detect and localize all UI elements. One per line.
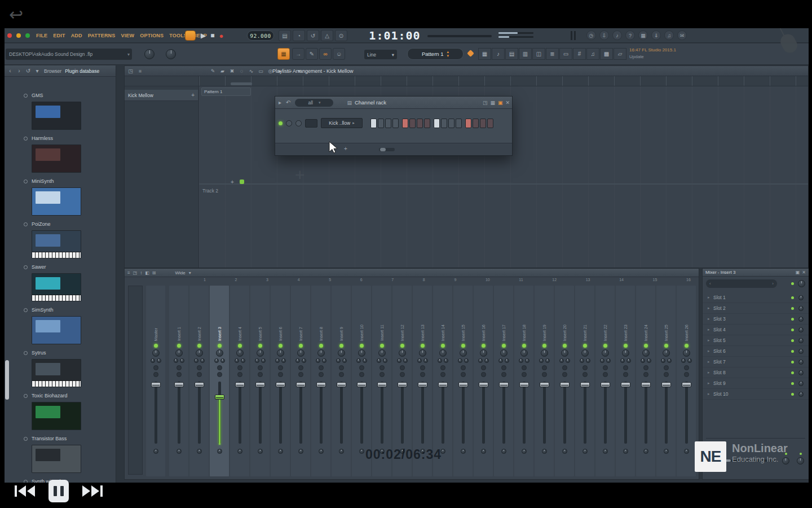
strip-route-buttons[interactable] [278, 365, 283, 377]
fx-preset-field[interactable]: ‹ › [706, 279, 777, 288]
fx-slot-10[interactable]: ▸Slot 10 [703, 389, 809, 400]
smart-find-icon[interactable]: ▭ [559, 48, 572, 60]
strip-bottom-knob[interactable] [278, 449, 283, 454]
strip-pan-knob[interactable] [175, 349, 183, 357]
strip-stereo-knobs[interactable] [174, 358, 184, 363]
gallery-icon[interactable]: ▦ [638, 30, 648, 40]
step-cell-5[interactable] [402, 119, 408, 128]
strip-route-buttons[interactable] [319, 365, 324, 377]
strip-pan-knob[interactable] [439, 349, 447, 357]
strip-fader[interactable] [332, 380, 351, 446]
strip-pan-knob[interactable] [581, 349, 589, 357]
swing-slider[interactable] [379, 148, 395, 151]
mixer-strip-insert-6[interactable]: Insert 6 [271, 286, 290, 476]
strip-pan-knob[interactable] [378, 349, 386, 357]
strip-route-buttons[interactable] [339, 365, 344, 377]
strip-bottom-knob[interactable] [237, 449, 242, 454]
channel-enable-led[interactable] [279, 121, 283, 125]
mixer-view-caret-icon[interactable]: ▾ [189, 270, 191, 275]
strip-bottom-knob[interactable] [501, 449, 506, 454]
fx-slot-knob[interactable] [798, 317, 804, 322]
strip-led[interactable] [279, 344, 283, 348]
tempo-display[interactable]: 92.000 [247, 30, 274, 41]
strip-pan-knob[interactable] [541, 349, 548, 357]
strip-pan-knob[interactable] [460, 349, 467, 357]
strip-pan-knob[interactable] [196, 349, 203, 357]
rack-graph-icon[interactable]: ▣ [498, 100, 503, 106]
strip-route-buttons[interactable] [379, 365, 385, 377]
strip-stereo-knobs[interactable] [235, 358, 245, 363]
browser-back-icon[interactable]: ‹ [7, 68, 14, 74]
mixer-detach-icon[interactable]: ◳ [133, 270, 138, 275]
fx-slot-6[interactable]: ▸Slot 6 [703, 346, 809, 357]
strip-led[interactable] [603, 344, 607, 348]
strip-fader[interactable] [453, 380, 473, 446]
strip-stereo-knobs[interactable] [275, 358, 286, 363]
channel-pan-knob[interactable] [286, 120, 292, 126]
master-volume-knob[interactable] [144, 49, 155, 59]
strip-stereo-knobs[interactable] [580, 358, 590, 363]
fx-mix-knob[interactable] [798, 280, 805, 287]
master-pitch-knob[interactable] [166, 49, 176, 59]
update-arrow-icon[interactable]: ⇩ [599, 30, 609, 40]
pattern-color-icon[interactable] [467, 50, 474, 57]
strip-led[interactable] [664, 344, 668, 348]
fx-slot-led[interactable] [791, 329, 794, 331]
step-cell-12[interactable] [456, 119, 462, 128]
fx-slot-knob[interactable] [798, 327, 804, 332]
strip-pan-knob[interactable] [520, 349, 528, 357]
fx-slot-9[interactable]: ▸Slot 9 [703, 378, 809, 389]
browser-item-sawer[interactable]: Sawer [5, 263, 116, 306]
options-icon[interactable]: ▱ [614, 48, 626, 60]
fx-slot-knob[interactable] [798, 360, 804, 365]
playlist-titlebar[interactable]: ◳≡ ✎▰✖◌∿▭◎▸⊕▾ Playlist - Arrangement - K… [125, 66, 808, 76]
strip-route-buttons[interactable] [684, 365, 689, 377]
mixer-strip-insert-20[interactable]: Insert 20 [555, 286, 574, 476]
strip-stereo-knobs[interactable] [641, 358, 651, 363]
fx-slot-3[interactable]: ▸Slot 3 [703, 314, 809, 325]
strip-route-buttons[interactable] [359, 365, 364, 377]
fl-logo-icon[interactable] [185, 30, 196, 41]
strip-fader[interactable] [372, 380, 391, 446]
fx-slot-8[interactable]: ▸Slot 8 [703, 367, 809, 378]
step-cell-8[interactable] [424, 119, 430, 128]
browser-collapse-icon[interactable]: ▾ [34, 68, 41, 74]
fx-detach-icon[interactable]: ▣ [796, 270, 800, 275]
fx-eq-led-2[interactable] [800, 453, 802, 455]
strip-bottom-knob[interactable] [664, 449, 669, 454]
mixer-link-icon[interactable]: ⊞ [152, 270, 156, 275]
strip-bottom-knob[interactable] [684, 449, 689, 454]
strip-pan-knob[interactable] [561, 349, 568, 357]
step-cell-2[interactable] [378, 119, 384, 128]
rack-filter-dropdown[interactable]: all ▾ [295, 99, 333, 107]
strip-led[interactable] [583, 344, 587, 348]
strip-bottom-knob[interactable] [643, 449, 648, 454]
strip-bottom-knob[interactable] [562, 449, 567, 454]
project-info-icon[interactable]: ≣ [546, 48, 559, 60]
browser-scrollbar[interactable] [5, 360, 9, 400]
strip-led[interactable] [154, 344, 158, 348]
strip-led[interactable] [400, 344, 404, 348]
mixer-strip-insert-7[interactable]: Insert 7 [291, 286, 310, 476]
strip-stereo-knobs[interactable] [519, 358, 529, 363]
browser-item-simsynth[interactable]: SimSynth [5, 306, 116, 349]
strip-route-buttons[interactable] [623, 365, 628, 377]
project-path-field[interactable]: DESKTOP\AskAudio Sound Design .flp ▾ [6, 49, 132, 60]
add-channel-icon[interactable]: + [344, 146, 347, 152]
strip-bottom-knob[interactable] [542, 449, 547, 454]
piano-roll-toggle-icon[interactable]: ♪ [492, 48, 505, 60]
strip-bottom-knob[interactable] [153, 449, 158, 454]
mixer-menu-icon[interactable]: ≡ [127, 270, 130, 275]
seek-slider[interactable] [427, 35, 492, 37]
mixer-strip-insert-2[interactable]: Insert 2 [189, 286, 209, 476]
mixer-strip-master[interactable]: Master [146, 286, 165, 476]
strip-stereo-knobs[interactable] [661, 358, 672, 363]
strip-fader[interactable] [494, 380, 513, 446]
strip-fader[interactable] [413, 380, 432, 446]
slip-tool-icon[interactable]: ∿ [248, 68, 255, 74]
strip-fader[interactable] [514, 380, 533, 446]
strip-bottom-knob[interactable] [522, 449, 527, 454]
step-cell-1[interactable] [370, 119, 377, 128]
typing-to-piano-icon[interactable]: ▦ [277, 48, 290, 60]
menu-add[interactable]: ADD [71, 33, 82, 38]
